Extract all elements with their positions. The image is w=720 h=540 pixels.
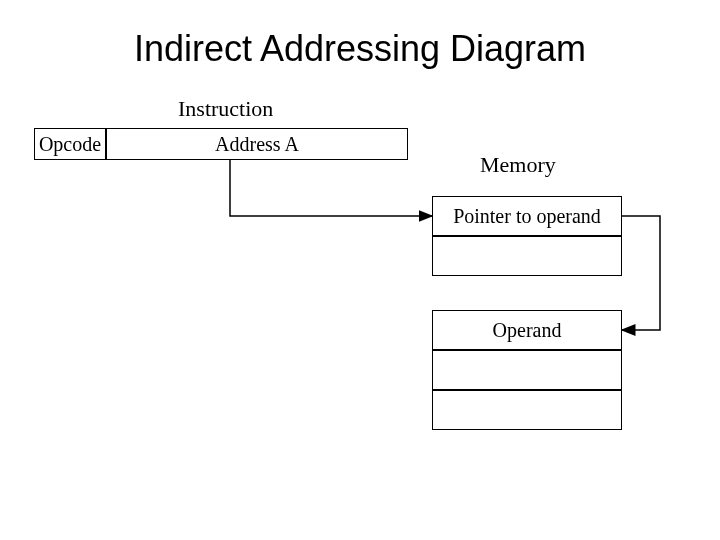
memory-row-empty-2 bbox=[432, 350, 622, 390]
opcode-field: Opcode bbox=[34, 128, 106, 160]
operand-text: Operand bbox=[493, 319, 562, 342]
memory-row-empty-3 bbox=[432, 390, 622, 430]
memory-row-pointer: Pointer to operand bbox=[432, 196, 622, 236]
memory-label: Memory bbox=[480, 152, 556, 178]
opcode-text: Opcode bbox=[39, 133, 101, 156]
address-a-field: Address A bbox=[106, 128, 408, 160]
address-a-text: Address A bbox=[215, 133, 299, 156]
pointer-to-operand-text: Pointer to operand bbox=[453, 205, 601, 228]
memory-row-operand: Operand bbox=[432, 310, 622, 350]
instruction-label: Instruction bbox=[178, 96, 273, 122]
memory-row-empty-1 bbox=[432, 236, 622, 276]
diagram-title: Indirect Addressing Diagram bbox=[0, 28, 720, 70]
